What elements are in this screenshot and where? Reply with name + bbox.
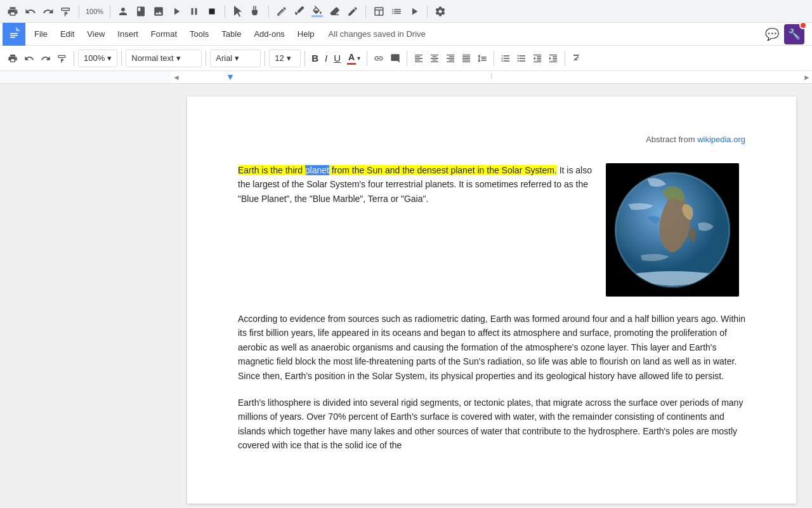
style-value: Normal text [131, 53, 173, 63]
para3: Earth's lithosphere is divided into seve… [238, 396, 745, 453]
font-dropdown[interactable]: Arial ▾ [210, 50, 261, 67]
fmt-sep4 [265, 51, 265, 66]
table-menu-icon[interactable] [371, 4, 386, 19]
italic-button[interactable]: I [322, 50, 330, 67]
menu-file[interactable]: File [28, 27, 54, 41]
undo-icon[interactable] [23, 4, 38, 19]
size-value: 12 [275, 53, 284, 63]
image-icon[interactable] [151, 4, 166, 19]
menu-help[interactable]: Help [291, 27, 321, 41]
person-icon[interactable] [115, 4, 131, 19]
doc-container[interactable]: Abstract from wikipedia.org Earth is the… [171, 84, 812, 508]
undo-button[interactable] [22, 50, 37, 67]
zoom-chevron: ▾ [107, 53, 112, 63]
highlight-marker-icon[interactable] [292, 4, 307, 19]
earth-svg [609, 166, 736, 293]
indent-decrease-button[interactable] [530, 50, 545, 67]
align-center-button[interactable] [427, 50, 442, 67]
zoom-icon[interactable]: 100% [84, 4, 105, 19]
size-chevron: ▾ [287, 53, 291, 63]
bullet-list-button[interactable] [514, 50, 529, 67]
menu-bar: File Edit View Insert Format Tools Table… [0, 23, 812, 46]
hand-icon[interactable] [248, 4, 263, 19]
size-dropdown[interactable]: 12 ▾ [269, 50, 301, 67]
format-toolbar: 100% ▾ Normal text ▾ Arial ▾ 12 ▾ B I U … [0, 46, 812, 71]
text-column: Earth is the third planet from the Sun a… [238, 163, 593, 297]
svg-rect-0 [209, 8, 215, 14]
book-icon[interactable] [133, 4, 148, 19]
paint-format-button[interactable] [55, 50, 70, 67]
settings-icon[interactable] [433, 4, 448, 19]
fmt-sep2 [121, 51, 122, 66]
align-justify-button[interactable] [459, 50, 474, 67]
pen-icon[interactable] [345, 4, 360, 19]
indent-increase-button[interactable] [546, 50, 561, 67]
save-status: All changes saved in Drive [329, 29, 765, 39]
play-icon[interactable] [169, 4, 184, 19]
list-menu-icon[interactable] [389, 4, 404, 19]
menu-table[interactable]: Table [215, 27, 247, 41]
clear-formatting-button[interactable] [569, 50, 584, 67]
play-media-icon[interactable] [407, 4, 422, 19]
abstract-ref: Abstract from wikipedia.org [238, 135, 745, 144]
ruler: ◄ ► ▼ | [0, 71, 812, 84]
pause-icon[interactable] [187, 4, 202, 19]
menu-tools[interactable]: Tools [183, 27, 215, 41]
draw-icon[interactable] [274, 4, 289, 19]
menu-edit[interactable]: Edit [54, 27, 81, 41]
fmt-sep1 [74, 51, 74, 66]
icon-toolbar: 100% [0, 0, 812, 23]
fmt-sep6 [367, 51, 367, 66]
ruler-tab-marker[interactable]: ▼ [226, 71, 235, 83]
comment-button[interactable] [388, 50, 403, 67]
align-right-button[interactable] [443, 50, 458, 67]
font-value: Arial [216, 53, 232, 63]
color-fill-icon[interactable] [310, 4, 325, 19]
menu-format[interactable]: Format [145, 27, 183, 41]
list-group [498, 50, 561, 67]
sep4 [268, 5, 269, 18]
abstract-label: Abstract from [646, 135, 695, 144]
align-left-button[interactable] [411, 50, 426, 67]
earth-image [606, 163, 739, 297]
sep5 [365, 5, 366, 18]
menu-addons[interactable]: Add-ons [247, 27, 291, 41]
addon-badge [799, 22, 807, 29]
print-icon[interactable] [5, 4, 20, 19]
style-dropdown[interactable]: Normal text ▾ [126, 50, 202, 67]
ruler-right-arrow: ► [803, 71, 812, 84]
fmt-sep9 [565, 51, 565, 66]
menu-view[interactable]: View [81, 27, 111, 41]
align-group [411, 50, 490, 67]
para2: According to evidence from sources such … [238, 312, 745, 383]
para1-highlight-blue: planet [305, 165, 329, 175]
link-button[interactable] [371, 50, 386, 67]
eraser-icon[interactable] [327, 4, 343, 19]
cursor-icon[interactable] [230, 4, 246, 19]
paint-format-icon[interactable] [58, 4, 74, 19]
color-button[interactable]: A ▾ [344, 50, 363, 67]
menu-insert[interactable]: Insert [111, 27, 145, 41]
line-spacing-button[interactable] [475, 50, 490, 67]
numbered-list-button[interactable] [498, 50, 513, 67]
bold-button[interactable]: B [309, 50, 321, 67]
comment-icon[interactable]: 💬 [765, 27, 779, 41]
print-button[interactable] [5, 50, 20, 67]
image-column [606, 163, 745, 297]
fmt-sep3 [206, 51, 206, 66]
left-margin [0, 84, 171, 508]
redo-icon[interactable] [41, 4, 56, 19]
underline-button[interactable]: U [331, 50, 343, 67]
first-section: Earth is the third planet from the Sun a… [238, 163, 745, 297]
style-chevron: ▾ [176, 53, 181, 63]
zoom-dropdown[interactable]: 100% ▾ [78, 50, 117, 67]
abstract-link[interactable]: wikipedia.org [697, 135, 745, 144]
addon-button[interactable]: 🔧 [784, 24, 804, 44]
stop-icon[interactable] [204, 4, 219, 19]
para1: Earth is the third planet from the Sun a… [238, 163, 593, 206]
menu-right-area: 💬 🔧 [765, 24, 804, 44]
para1-highlight-yellow: Earth is the third planet from the Sun a… [238, 165, 557, 175]
redo-button[interactable] [38, 50, 53, 67]
doc-page: Abstract from wikipedia.org Earth is the… [187, 97, 796, 504]
sep3 [225, 5, 225, 18]
